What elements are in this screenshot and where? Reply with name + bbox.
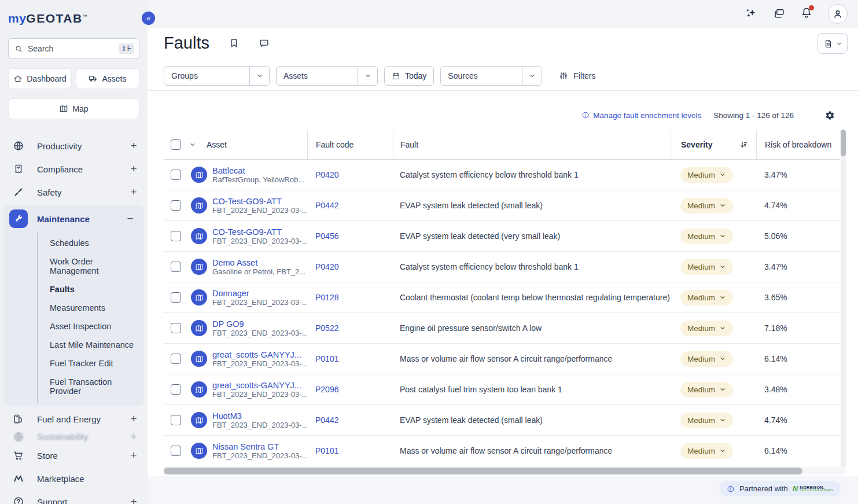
- table-row[interactable]: Demo Asset Gasoline or Petrol, FBT_2... …: [164, 252, 840, 282]
- row-checkbox[interactable]: [171, 354, 181, 364]
- asset-link[interactable]: great_scotts-GANYYJ...: [212, 350, 307, 359]
- asset-link[interactable]: great_scotts-GANYYJ...: [212, 381, 307, 390]
- severity-badge[interactable]: Medium: [680, 321, 733, 336]
- manage-enrichment-link[interactable]: Manage fault enrichment levels: [581, 111, 701, 120]
- severity-column-header[interactable]: Severity: [671, 130, 756, 159]
- severity-badge[interactable]: Medium: [680, 167, 733, 183]
- table-settings-gear-icon[interactable]: [825, 111, 835, 120]
- sidebar-item-sustainability[interactable]: Sustainability +: [0, 432, 148, 442]
- asset-link[interactable]: CO-Test-GO9-ATT: [212, 227, 307, 237]
- sidebar-collapse-button[interactable]: «: [141, 10, 156, 26]
- severity-badge[interactable]: Medium: [680, 290, 733, 306]
- row-checkbox[interactable]: [171, 200, 181, 211]
- sort-icon[interactable]: [739, 140, 748, 149]
- collapse-section-icon[interactable]: −: [126, 212, 135, 225]
- table-row[interactable]: CO-Test-GO9-ATT FBT_2023_END_2023-03-...…: [164, 190, 840, 221]
- table-row[interactable]: Battlecat RafTestGroup, YellowRob... P04…: [164, 160, 840, 190]
- sidebar-item-safety[interactable]: Safety +: [0, 181, 148, 204]
- severity-badge[interactable]: Medium: [680, 351, 733, 367]
- severity-badge[interactable]: Medium: [680, 382, 733, 398]
- row-checkbox[interactable]: [171, 262, 181, 272]
- groups-filter[interactable]: Groups: [164, 66, 270, 86]
- fault-code-link[interactable]: P0101: [315, 354, 338, 363]
- sidebar-item-support[interactable]: Support +: [0, 490, 148, 504]
- feedback-icon[interactable]: [259, 38, 270, 49]
- search-input[interactable]: [28, 44, 114, 53]
- table-row[interactable]: great_scotts-GANYYJ... FBT_2023_END_2023…: [164, 374, 840, 405]
- severity-badge[interactable]: Medium: [680, 259, 733, 275]
- row-checkbox[interactable]: [171, 323, 181, 333]
- severity-badge[interactable]: Medium: [680, 413, 733, 428]
- asset-column-header[interactable]: Asset: [207, 140, 227, 149]
- assets-button[interactable]: Assets: [76, 68, 139, 89]
- sources-filter[interactable]: Sources: [440, 66, 542, 86]
- fault-code-link[interactable]: P0128: [315, 293, 338, 302]
- asset-link[interactable]: Donnager: [212, 289, 307, 298]
- expand-icon[interactable]: +: [129, 139, 138, 152]
- sidebar-item-measurements[interactable]: Measurements: [38, 299, 144, 317]
- fault-column-header[interactable]: Fault: [393, 130, 671, 159]
- sidebar-item-compliance[interactable]: Compliance +: [0, 157, 148, 181]
- severity-badge[interactable]: Medium: [680, 198, 733, 214]
- asset-link[interactable]: HuotM3: [212, 411, 307, 421]
- sidebar-item-productivity[interactable]: Productivity +: [0, 134, 148, 157]
- sidebar-item-work-order-management[interactable]: Work Order Management: [38, 252, 144, 280]
- fault-code-link[interactable]: P2096: [315, 385, 338, 394]
- expand-icon[interactable]: +: [129, 449, 138, 462]
- sidebar-search[interactable]: ⇧F: [8, 38, 139, 59]
- table-row[interactable]: great_scotts-GANYYJ... FBT_2023_END_2023…: [164, 344, 840, 374]
- fault-code-link[interactable]: P0442: [315, 201, 338, 210]
- table-row[interactable]: Nissan Sentra GT FBT_2023_END_2023-03-..…: [164, 436, 840, 466]
- sidebar-item-fuel-transaction-provider[interactable]: Fuel Transaction Provider: [38, 373, 144, 400]
- map-button[interactable]: Map: [8, 98, 139, 119]
- chat-icon[interactable]: [772, 8, 785, 20]
- assets-filter[interactable]: Assets: [276, 66, 378, 86]
- asset-link[interactable]: CO-Test-GO9-ATT: [212, 197, 307, 206]
- table-row[interactable]: DP GO9 FBT_2023_END_2023-03-... P0522 En…: [164, 313, 840, 344]
- sidebar-item-fuel-tracker-edit[interactable]: Fuel Tracker Edit: [38, 354, 144, 373]
- fault-code-link[interactable]: P0420: [315, 170, 338, 179]
- dashboard-button[interactable]: Dashboard: [8, 68, 72, 89]
- sidebar-item-maintenance[interactable]: Maintenance −: [3, 205, 144, 233]
- expand-icon[interactable]: +: [129, 413, 138, 425]
- expand-icon[interactable]: +: [129, 186, 138, 198]
- sidebar-item-last-mile-maintenance[interactable]: Last Mile Maintenance: [38, 336, 144, 354]
- sidebar-item-schedules[interactable]: Schedules: [38, 234, 144, 252]
- severity-badge[interactable]: Medium: [680, 443, 733, 459]
- sidebar-item-store[interactable]: Store +: [0, 444, 148, 467]
- vertical-scrollbar-thumb[interactable]: [841, 130, 846, 156]
- asset-link[interactable]: DP GO9: [212, 319, 307, 329]
- ai-sparkle-icon[interactable]: [745, 8, 757, 20]
- sidebar-item-asset-inspection[interactable]: Asset Inspection: [38, 317, 144, 336]
- filters-button[interactable]: Filters: [559, 71, 595, 80]
- expand-icon[interactable]: +: [129, 495, 138, 504]
- sidebar-item-fuel-and-energy[interactable]: Fuel and Energy +: [0, 407, 148, 431]
- horizontal-scrollbar-thumb[interactable]: [164, 468, 802, 474]
- asset-link[interactable]: Battlecat: [212, 166, 304, 175]
- report-export-button[interactable]: [818, 33, 848, 54]
- row-checkbox[interactable]: [171, 415, 181, 425]
- table-row[interactable]: HuotM3 FBT_2023_END_2023-03-... P0442 EV…: [164, 405, 840, 436]
- bookmark-icon[interactable]: [229, 38, 240, 49]
- horizontal-scrollbar[interactable]: [164, 468, 846, 474]
- risk-column-header[interactable]: Risk of breakdown: [756, 130, 840, 159]
- row-checkbox[interactable]: [171, 292, 181, 303]
- fault-code-link[interactable]: P0442: [315, 415, 338, 425]
- table-row[interactable]: Donnager FBT_2023_END_2023-03-... P0128 …: [164, 282, 840, 313]
- row-checkbox[interactable]: [171, 446, 181, 456]
- fault-code-link[interactable]: P0522: [315, 323, 338, 333]
- partner-badge[interactable]: Partnered with N NOREGON. VEHICLE DATA E…: [719, 481, 841, 496]
- select-all-checkbox[interactable]: [171, 139, 181, 150]
- asset-link[interactable]: Nissan Sentra GT: [212, 442, 307, 451]
- expand-icon[interactable]: +: [129, 163, 138, 175]
- row-checkbox[interactable]: [171, 170, 181, 180]
- sidebar-item-faults[interactable]: Faults: [38, 280, 144, 299]
- vertical-scrollbar[interactable]: [841, 130, 846, 468]
- row-checkbox[interactable]: [171, 384, 181, 395]
- fault-code-column-header[interactable]: Fault code: [307, 130, 393, 159]
- severity-badge[interactable]: Medium: [680, 229, 733, 244]
- table-row[interactable]: CO-Test-GO9-ATT FBT_2023_END_2023-03-...…: [164, 221, 840, 252]
- fault-code-link[interactable]: P0420: [315, 262, 338, 271]
- fault-code-link[interactable]: P0456: [315, 231, 338, 241]
- sidebar-item-marketplace[interactable]: Marketplace: [0, 467, 148, 490]
